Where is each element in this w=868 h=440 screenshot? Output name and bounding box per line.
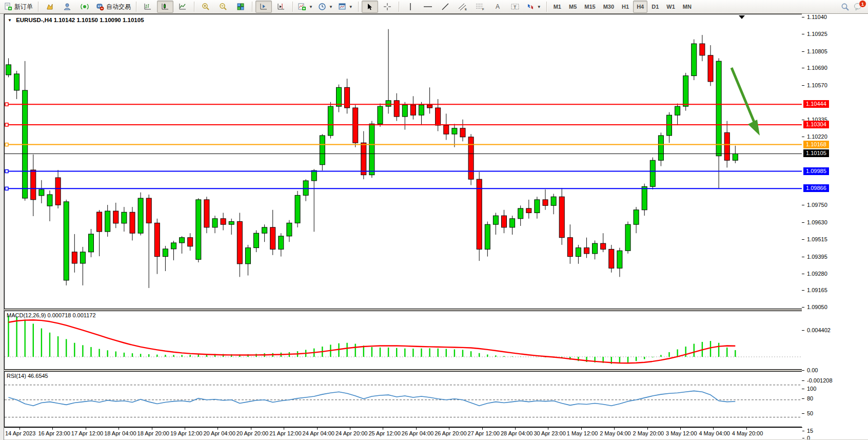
price-level-label: 1.10304 xyxy=(803,121,829,128)
macd-canvas[interactable] xyxy=(5,311,802,369)
new-order-button[interactable]: 新订单 xyxy=(2,1,35,13)
timeframe-m30[interactable]: M30 xyxy=(600,1,618,13)
tile-windows-button[interactable] xyxy=(232,1,249,13)
toolbar: 新订单 自动交易 xyxy=(0,0,868,14)
main-chart[interactable]: ▼ EURUSD-,H4 1.10142 1.10150 1.10090 1.1… xyxy=(4,14,802,309)
bar-chart-icon xyxy=(144,3,152,11)
signals-button[interactable] xyxy=(76,1,93,13)
timeframe-w1[interactable]: W1 xyxy=(663,1,679,13)
time-tick xyxy=(680,428,681,430)
macd-panel[interactable]: MACD(12,26,9) 0.000718 0.001172 xyxy=(4,311,802,370)
time-label: 28 Apr 04:00 xyxy=(501,430,532,436)
time-tick xyxy=(119,428,119,430)
macd-value: 0.000718 xyxy=(47,312,71,318)
time-tick xyxy=(449,428,449,430)
time-label: 30 Apr 23:00 xyxy=(534,430,565,436)
time-tick xyxy=(713,428,714,430)
cursor-button[interactable] xyxy=(362,1,378,13)
ohlc-low: 1.10090 xyxy=(100,17,121,23)
profiles-button[interactable] xyxy=(59,1,75,13)
symbol-dropdown-icon[interactable]: ▼ xyxy=(8,18,12,23)
arrows-button[interactable]: ▼ xyxy=(524,1,543,13)
zoom-out-button[interactable] xyxy=(215,1,231,13)
timeframe-d1[interactable]: D1 xyxy=(648,1,662,13)
timeframe-m15[interactable]: M15 xyxy=(581,1,599,13)
crosshair-button[interactable] xyxy=(379,1,396,13)
price-level-label: 1.10168 xyxy=(803,141,829,148)
horizontal-line-icon xyxy=(423,3,432,11)
candlestick-canvas[interactable] xyxy=(5,14,802,309)
axis-tick xyxy=(802,257,804,257)
chart-shift-button[interactable] xyxy=(273,1,289,13)
separator xyxy=(136,2,136,12)
axis-tick xyxy=(802,205,804,205)
time-tick xyxy=(350,428,350,430)
time-label: 1 May 12:00 xyxy=(567,430,598,436)
timeframe-m1[interactable]: M1 xyxy=(550,1,565,13)
text-icon: A xyxy=(494,3,501,11)
rsi-panel[interactable]: RSI(14) 46.6545 xyxy=(4,371,802,427)
price-tick: 1.10925 xyxy=(807,31,827,37)
line-chart-button[interactable] xyxy=(174,1,191,13)
search-icon[interactable] xyxy=(841,3,850,11)
chevron-down-icon: ▼ xyxy=(349,5,353,9)
axis-tick xyxy=(802,68,804,68)
time-label: 27 Apr 12:00 xyxy=(468,430,500,436)
fibonacci-button[interactable]: F xyxy=(472,1,488,13)
svg-text:E: E xyxy=(465,8,467,11)
time-tick xyxy=(416,428,417,430)
window-left-edge xyxy=(0,14,4,440)
timeframe-bar: M1M5M15M30H1H4D1W1MN xyxy=(550,1,695,13)
autoscroll-button[interactable] xyxy=(255,1,272,13)
equidistant-channel-button[interactable]: E xyxy=(455,1,471,13)
zoom-in-button[interactable] xyxy=(198,1,214,13)
indicators-icon xyxy=(298,3,306,11)
time-label: 26 Apr 04:00 xyxy=(402,430,433,436)
label-button[interactable]: T xyxy=(507,1,523,13)
timeframe-h1[interactable]: H1 xyxy=(618,1,633,13)
new-order-label: 新订单 xyxy=(14,3,33,11)
ohlc-close: 1.10105 xyxy=(123,17,144,23)
price-tick: 1.11040 xyxy=(807,14,827,20)
timeframe-h4[interactable]: H4 xyxy=(633,1,647,13)
time-axis[interactable]: 14 Apr 202316 Apr 23:0017 Apr 12:0018 Ap… xyxy=(4,427,802,440)
price-axis[interactable]: 1.110401.109251.108051.106901.105701.103… xyxy=(802,14,868,427)
tile-windows-icon xyxy=(236,3,245,11)
horizontal-line-button[interactable] xyxy=(420,1,436,13)
timeframe-m5[interactable]: M5 xyxy=(565,1,580,13)
time-tick xyxy=(52,428,53,430)
chevron-down-icon: ▼ xyxy=(309,5,313,9)
separator xyxy=(399,2,399,12)
rsi-label: RSI(14) 46.6545 xyxy=(7,373,48,379)
time-label: 17 Apr 12:00 xyxy=(71,430,103,436)
time-label: 18 Apr 04:00 xyxy=(104,430,136,436)
timeframe-mn[interactable]: MN xyxy=(679,1,695,13)
notifications-button[interactable]: 1 xyxy=(854,3,863,11)
charts-button[interactable] xyxy=(42,1,58,13)
time-label: 19 Apr 12:00 xyxy=(170,430,202,436)
axis-tick xyxy=(802,137,804,137)
axis-tick xyxy=(802,413,804,414)
templates-button[interactable]: ▼ xyxy=(336,1,355,13)
trendline-button[interactable] xyxy=(437,1,453,13)
axis-tick xyxy=(802,34,804,34)
autotrading-label: 自动交易 xyxy=(106,3,131,11)
bar-chart-button[interactable] xyxy=(140,1,156,13)
autotrading-button[interactable]: 自动交易 xyxy=(94,1,133,13)
periods-button[interactable]: ▼ xyxy=(316,1,335,13)
vertical-line-button[interactable] xyxy=(402,1,419,13)
macd-axis-zero: 0.00 xyxy=(807,367,818,373)
time-label: 24 Apr 04:00 xyxy=(303,430,334,436)
rsi-axis-80: 80 xyxy=(807,395,813,401)
chevron-down-icon: ▼ xyxy=(537,5,541,9)
rsi-canvas[interactable] xyxy=(5,372,802,427)
separator xyxy=(252,2,252,12)
zoom-out-icon xyxy=(219,3,227,11)
time-tick xyxy=(152,428,152,430)
indicators-button[interactable]: ▼ xyxy=(296,1,315,13)
text-button[interactable]: A xyxy=(489,1,506,13)
candlestick-chart-button[interactable] xyxy=(157,1,173,13)
macd-axis-min: -0.001208 xyxy=(807,377,833,384)
macd-signal-value: 0.001172 xyxy=(72,312,95,318)
separator xyxy=(194,2,194,12)
